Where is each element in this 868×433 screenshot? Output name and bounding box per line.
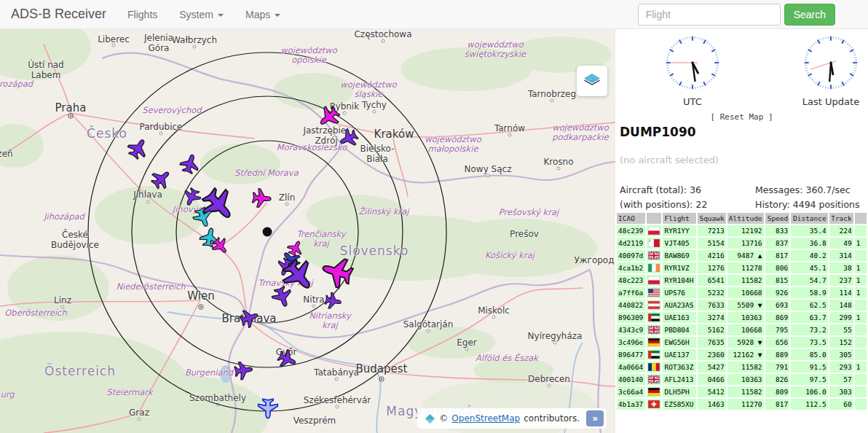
flag-cell[interactable]: [647, 324, 661, 335]
aircraft-cell[interactable]: 3c66a4: [617, 386, 645, 397]
search-button[interactable]: Search: [784, 4, 835, 26]
aircraft-cell[interactable]: 10363: [727, 312, 764, 323]
aircraft-cell[interactable]: 4ca1b2: [617, 262, 645, 273]
flag-cell[interactable]: [647, 337, 661, 348]
flag-cell[interactable]: [647, 312, 661, 323]
aircraft-cell[interactable]: 5509 ▼: [727, 300, 764, 311]
map-layers-button[interactable]: [577, 66, 607, 96]
aircraft-cell[interactable]: 3c496e: [617, 337, 645, 348]
aircraft-cell[interactable]: 1: [855, 238, 867, 249]
aircraft-cell[interactable]: 5928 ▼: [727, 337, 764, 348]
aircraft-row[interactable]: 3c66a4DLH5PH541211582809106.0303: [617, 386, 867, 397]
aircraft-cell[interactable]: 314: [829, 250, 853, 261]
aircraft-cell[interactable]: 5162: [698, 324, 725, 335]
aircraft-cell[interactable]: 63.7: [791, 312, 827, 323]
aircraft-cell[interactable]: 57: [829, 374, 853, 385]
aircraft-cell[interactable]: 693: [765, 300, 790, 311]
aircraft-cell[interactable]: 1: [855, 262, 867, 273]
aircraft-cell[interactable]: 62.5: [791, 300, 827, 311]
aircraft-cell[interactable]: UAE163: [663, 312, 696, 323]
flag-cell[interactable]: [647, 399, 661, 410]
aircraft-cell[interactable]: [855, 337, 867, 348]
aircraft-cell[interactable]: 12192: [727, 225, 764, 236]
flag-cell[interactable]: [647, 238, 661, 249]
aircraft-cell[interactable]: UAE137: [663, 349, 696, 360]
aircraft-icon[interactable]: [178, 152, 202, 176]
aircraft-cell[interactable]: 5154: [698, 238, 725, 249]
aircraft-cell[interactable]: 97.5: [791, 374, 827, 385]
flag-cell[interactable]: [647, 362, 661, 372]
flag-cell[interactable]: [647, 300, 661, 311]
aircraft-cell[interactable]: BAW869: [663, 250, 696, 261]
aircraft-cell[interactable]: DLH5PH: [663, 386, 696, 397]
aircraft-cell[interactable]: 60: [829, 399, 853, 410]
column-header-Altitude[interactable]: Altitude: [727, 213, 764, 224]
aircraft-cell[interactable]: [855, 374, 867, 385]
aircraft-cell[interactable]: 11582: [727, 275, 764, 286]
aircraft-cell[interactable]: 114: [829, 287, 853, 298]
aircraft-cell[interactable]: 809: [765, 386, 790, 397]
aircraft-cell[interactable]: [855, 250, 867, 261]
aircraft-cell[interactable]: 303: [829, 386, 853, 397]
aircraft-icon[interactable]: [125, 135, 151, 161]
aircraft-cell[interactable]: PBD804: [663, 324, 696, 335]
aircraft-cell[interactable]: 806: [765, 262, 790, 273]
aircraft-cell[interactable]: RYR1YY: [663, 225, 696, 236]
aircraft-icon[interactable]: [181, 186, 202, 208]
nav-item-system[interactable]: System: [168, 0, 234, 29]
aircraft-row[interactable]: 4b1a37EZS85XU146311270817112.560: [617, 399, 867, 410]
aircraft-cell[interactable]: 0466: [698, 374, 725, 385]
aircraft-cell[interactable]: 440822: [617, 300, 645, 311]
aircraft-cell[interactable]: 152: [829, 337, 853, 348]
aircraft-cell[interactable]: 11270: [727, 399, 764, 410]
aircraft-cell[interactable]: 837: [765, 238, 790, 249]
aircraft-cell[interactable]: AFL2413: [663, 374, 696, 385]
aircraft-cell[interactable]: [855, 225, 867, 236]
column-header-Squawk[interactable]: Squawk: [698, 213, 725, 224]
aircraft-cell[interactable]: EZS85XU: [663, 399, 696, 410]
openstreetmap-link[interactable]: OpenStreetMap: [451, 413, 520, 424]
aircraft-cell[interactable]: 10668: [727, 324, 764, 335]
aircraft-cell[interactable]: 9487 ▲: [727, 250, 764, 261]
aircraft-cell[interactable]: 13716: [727, 238, 764, 249]
column-header-Distance[interactable]: Distance: [791, 213, 827, 224]
aircraft-cell[interactable]: 112.5: [791, 399, 827, 410]
flag-cell[interactable]: [647, 287, 661, 298]
aircraft-cell[interactable]: 12162 ▼: [727, 349, 764, 360]
aircraft-cell[interactable]: [855, 300, 867, 311]
aircraft-cell[interactable]: 224: [829, 225, 853, 236]
aircraft-cell[interactable]: 815: [765, 275, 790, 286]
aircraft-cell[interactable]: 106.0: [791, 386, 827, 397]
column-header-blank[interactable]: [647, 213, 661, 224]
aircraft-cell[interactable]: 1463: [698, 399, 725, 410]
aircraft-cell[interactable]: 3274: [698, 312, 725, 323]
flag-cell[interactable]: [647, 250, 661, 261]
aircraft-icon[interactable]: [336, 127, 360, 151]
aircraft-row[interactable]: 40097dBAW86942169487 ▲81740.2314: [617, 250, 867, 261]
aircraft-row[interactable]: 4a0664ROT363Z54271158279191.52931: [617, 362, 867, 372]
aircraft-cell[interactable]: a7ff6a: [617, 287, 645, 298]
aircraft-cell[interactable]: RYR104H: [663, 275, 696, 286]
aircraft-cell[interactable]: 1: [855, 275, 867, 286]
aircraft-cell[interactable]: 49: [829, 238, 853, 249]
aircraft-cell[interactable]: [855, 324, 867, 335]
aircraft-row[interactable]: 896309UAE16332741036386963.72991: [617, 312, 867, 323]
flag-cell[interactable]: [647, 225, 661, 236]
aircraft-cell[interactable]: UPS76: [663, 287, 696, 298]
aircraft-cell[interactable]: 11582: [727, 362, 764, 372]
aircraft-cell[interactable]: [855, 349, 867, 360]
column-header-Track[interactable]: Track: [829, 213, 853, 224]
aircraft-row[interactable]: 4ca1b2RYR1VZ12761127880645.1381: [617, 262, 867, 273]
column-header-Speed[interactable]: Speed: [765, 213, 790, 224]
column-header-blank[interactable]: [855, 213, 867, 224]
aircraft-cell[interactable]: 4a0664: [617, 362, 645, 372]
column-header-Flight[interactable]: Flight: [663, 213, 696, 224]
aircraft-cell[interactable]: 55: [829, 324, 853, 335]
aircraft-cell[interactable]: 7633: [698, 300, 725, 311]
aircraft-row[interactable]: 400140AFL241304661036382697.557: [617, 374, 867, 385]
aircraft-cell[interactable]: 817: [765, 399, 790, 410]
aircraft-cell[interactable]: 148: [829, 300, 853, 311]
aircraft-cell[interactable]: 6541: [698, 275, 725, 286]
aircraft-cell[interactable]: [855, 399, 867, 410]
flight-search-input[interactable]: [638, 4, 781, 26]
